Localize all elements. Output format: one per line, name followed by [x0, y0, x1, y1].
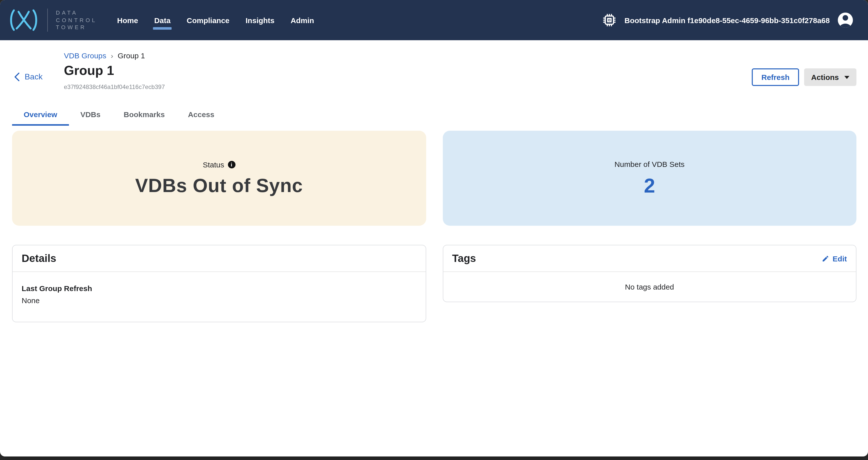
details-card-body: Last Group Refresh None	[12, 272, 426, 322]
entity-id: e37f924838cf46a1bf04e116c7ecb397	[64, 84, 868, 91]
tab-vdbs[interactable]: VDBs	[69, 105, 112, 126]
status-label-row: Status i	[203, 160, 235, 169]
tags-card-header: Tags Edit	[443, 245, 856, 272]
tags-empty-text: No tags added	[625, 283, 674, 291]
vdb-sets-summary-card: Number of VDB Sets 2	[442, 131, 857, 226]
brand-line: DATA	[56, 9, 97, 17]
api-chip-icon[interactable]	[602, 13, 616, 27]
refresh-button[interactable]: Refresh	[752, 68, 799, 86]
info-icon[interactable]: i	[228, 161, 235, 168]
actions-label: Actions	[811, 73, 839, 81]
cards-row: Details Last Group Refresh None Tags Edi…	[12, 245, 857, 322]
main-nav: Home Data Compliance Insights Admin	[117, 0, 314, 40]
page-header: Back VDB Groups › Group 1 Group 1 e37f92…	[0, 40, 868, 96]
app-window: DATA CONTROL TOWER Home Data Compliance …	[0, 0, 868, 457]
breadcrumb-vdb-groups[interactable]: VDB Groups	[64, 51, 106, 60]
field-value-last-group-refresh: None	[22, 296, 416, 305]
brand-wordmark: DATA CONTROL TOWER	[56, 9, 97, 31]
breadcrumb-current: Group 1	[118, 51, 145, 60]
vdb-sets-label-row: Number of VDB Sets	[614, 160, 684, 168]
page-title: Group 1	[64, 63, 868, 78]
actions-button[interactable]: Actions	[804, 68, 857, 86]
chevron-left-icon	[14, 72, 20, 81]
breadcrumb-separator: ›	[111, 52, 113, 60]
tags-card-body: No tags added	[443, 272, 856, 302]
brand-line: TOWER	[56, 24, 97, 31]
edit-label: Edit	[833, 254, 847, 263]
details-card: Details Last Group Refresh None	[12, 245, 426, 322]
details-title: Details	[22, 252, 56, 264]
chevron-down-icon	[844, 76, 849, 79]
nav-item-compliance[interactable]: Compliance	[187, 0, 229, 40]
nav-item-insights[interactable]: Insights	[246, 0, 275, 40]
header-actions: Refresh Actions	[752, 68, 857, 86]
pencil-icon	[822, 255, 829, 262]
top-navbar: DATA CONTROL TOWER Home Data Compliance …	[0, 0, 868, 40]
header-main: VDB Groups › Group 1 Group 1 e37f924838c…	[64, 40, 868, 91]
navbar-right-group: Bootstrap Admin f1e90de8-55ec-4659-96bb-…	[602, 12, 853, 28]
brand-line: CONTROL	[56, 17, 97, 24]
tab-access[interactable]: Access	[176, 105, 226, 126]
dct-logo-icon[interactable]	[8, 7, 39, 33]
status-label: Status	[203, 160, 224, 169]
summary-row: Status i VDBs Out of Sync Number of VDB …	[12, 131, 857, 226]
details-card-header: Details	[12, 245, 426, 272]
tags-card: Tags Edit No tags added	[442, 245, 857, 302]
vdb-sets-count: 2	[644, 174, 655, 197]
field-label-last-group-refresh: Last Group Refresh	[22, 284, 416, 293]
screen: DATA CONTROL TOWER Home Data Compliance …	[0, 0, 868, 460]
status-value: VDBs Out of Sync	[135, 175, 303, 196]
brand-divider	[47, 8, 48, 32]
edit-tags-button[interactable]: Edit	[822, 254, 847, 263]
nav-item-data[interactable]: Data	[154, 0, 170, 40]
vdb-sets-label: Number of VDB Sets	[614, 160, 684, 168]
status-summary-card: Status i VDBs Out of Sync	[12, 131, 426, 226]
nav-item-home[interactable]: Home	[117, 0, 138, 40]
tab-overview[interactable]: Overview	[12, 105, 69, 126]
back-button[interactable]: Back	[14, 72, 42, 81]
tab-bar: Overview VDBs Bookmarks Access	[12, 105, 868, 126]
breadcrumb: VDB Groups › Group 1	[64, 51, 868, 60]
back-label: Back	[25, 72, 42, 81]
user-avatar-icon[interactable]	[838, 12, 853, 28]
tags-title: Tags	[452, 252, 476, 264]
nav-item-admin[interactable]: Admin	[290, 0, 314, 40]
user-name: Bootstrap Admin f1e90de8-55ec-4659-96bb-…	[624, 16, 830, 24]
tab-bookmarks[interactable]: Bookmarks	[112, 105, 176, 126]
